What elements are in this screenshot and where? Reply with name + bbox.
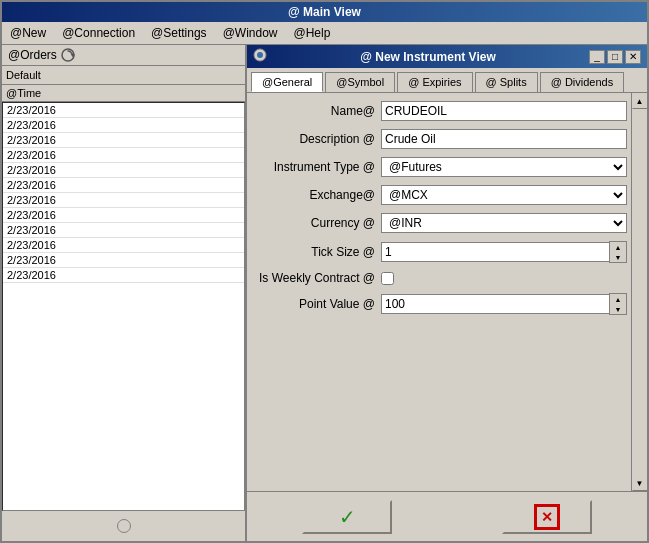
menu-new[interactable]: @New	[6, 24, 50, 42]
left-panel-bottom	[2, 511, 245, 541]
form-fields: Name@ Description @ Instrument Type @ @F…	[247, 93, 631, 491]
list-item: 2/23/2016	[3, 103, 244, 118]
label-exchange: Exchange@	[251, 188, 381, 202]
spin-down-point-value[interactable]: ▼	[610, 304, 626, 314]
left-panel: @Orders Default @Time 2/23/2016	[2, 45, 247, 541]
list-item: 2/23/2016	[3, 133, 244, 148]
menu-help[interactable]: @Help	[290, 24, 335, 42]
checkbox-weekly-contract[interactable]	[381, 272, 394, 285]
main-title-bar: @ Main View	[2, 2, 647, 22]
spin-up-tick-size[interactable]: ▲	[610, 242, 626, 252]
tab-symbol[interactable]: @Symbol	[325, 72, 395, 92]
close-button[interactable]: ✕	[625, 50, 641, 64]
list-item: 2/23/2016	[3, 268, 244, 283]
spin-btns-point-value: ▲ ▼	[609, 293, 627, 315]
orders-tab-label[interactable]: @Orders	[8, 48, 57, 62]
scroll-down-button[interactable]: ▼	[632, 475, 648, 491]
list-item: 2/23/2016	[3, 148, 244, 163]
default-label: Default	[6, 69, 41, 81]
form-row-exchange: Exchange@ @MCX @NSE @BSE	[251, 185, 627, 205]
input-tick-size[interactable]	[381, 242, 609, 262]
svg-point-3	[257, 52, 263, 58]
input-name[interactable]	[381, 101, 627, 121]
form-scrollbar[interactable]: ▲ ▼	[631, 93, 647, 491]
cancel-button[interactable]: ✕	[502, 500, 592, 534]
confirm-button[interactable]: ✓	[302, 500, 392, 534]
restore-button[interactable]: □	[607, 50, 623, 64]
spinbox-point-value: ▲ ▼	[381, 293, 627, 315]
label-tick-size: Tick Size @	[251, 245, 381, 259]
time-header-label: @Time	[6, 87, 41, 99]
cancel-icon-inner: ✕	[537, 507, 557, 527]
main-window: @ Main View @New @Connection @Settings @…	[0, 0, 649, 543]
tab-bar: @General @Symbol @ Expiries @ Splits @ D…	[247, 68, 647, 93]
form-content: Name@ Description @ Instrument Type @ @F…	[247, 93, 647, 491]
tab-dividends[interactable]: @ Dividends	[540, 72, 625, 92]
dialog-title-text: @ New Instrument View	[360, 50, 496, 64]
cancel-icon: ✕	[534, 504, 560, 530]
form-row-name: Name@	[251, 101, 627, 121]
form-row-point-value: Point Value @ ▲ ▼	[251, 293, 627, 315]
list-item: 2/23/2016	[3, 253, 244, 268]
label-point-value: Point Value @	[251, 297, 381, 311]
form-row-currency: Currency @ @INR @USD @EUR	[251, 213, 627, 233]
select-exchange[interactable]: @MCX @NSE @BSE	[381, 185, 627, 205]
refresh-icon[interactable]	[61, 48, 75, 62]
select-currency[interactable]: @INR @USD @EUR	[381, 213, 627, 233]
label-description: Description @	[251, 132, 381, 146]
main-title: @ Main View	[288, 5, 361, 19]
scroll-indicator	[117, 519, 131, 533]
list-item: 2/23/2016	[3, 208, 244, 223]
dialog-title-icon	[253, 48, 267, 65]
menu-settings[interactable]: @Settings	[147, 24, 211, 42]
minimize-button[interactable]: _	[589, 50, 605, 64]
tab-expiries[interactable]: @ Expiries	[397, 72, 472, 92]
instrument-dialog: @ New Instrument View _ □ ✕ @General @Sy…	[247, 45, 647, 541]
list-item: 2/23/2016	[3, 223, 244, 238]
checkbox-wrapper-weekly	[381, 272, 394, 285]
list-item: 2/23/2016	[3, 118, 244, 133]
list-item: 2/23/2016	[3, 178, 244, 193]
spin-up-point-value[interactable]: ▲	[610, 294, 626, 304]
content-area: @Orders Default @Time 2/23/2016	[2, 45, 647, 541]
input-point-value[interactable]	[381, 294, 609, 314]
orders-tab-bar[interactable]: @Orders	[2, 45, 245, 66]
label-currency: Currency @	[251, 216, 381, 230]
dialog-title-bar: @ New Instrument View _ □ ✕	[247, 45, 647, 68]
label-instrument-type: Instrument Type @	[251, 160, 381, 174]
spin-btns-tick-size: ▲ ▼	[609, 241, 627, 263]
select-instrument-type[interactable]: @Futures @Stocks @Options	[381, 157, 627, 177]
input-description[interactable]	[381, 129, 627, 149]
scroll-up-button[interactable]: ▲	[632, 93, 648, 109]
list-item: 2/23/2016	[3, 193, 244, 208]
tab-splits[interactable]: @ Splits	[475, 72, 538, 92]
form-row-description: Description @	[251, 129, 627, 149]
spin-down-tick-size[interactable]: ▼	[610, 252, 626, 262]
cancel-x-icon: ✕	[541, 509, 553, 525]
menu-window[interactable]: @Window	[219, 24, 282, 42]
list-item: 2/23/2016	[3, 238, 244, 253]
spinbox-tick-size: ▲ ▼	[381, 241, 627, 263]
time-list: 2/23/2016 2/23/2016 2/23/2016 2/23/2016 …	[2, 102, 245, 511]
default-bar: Default	[2, 66, 245, 85]
form-row-tick-size: Tick Size @ ▲ ▼	[251, 241, 627, 263]
form-row-instrument-type: Instrument Type @ @Futures @Stocks @Opti…	[251, 157, 627, 177]
list-item: 2/23/2016	[3, 163, 244, 178]
menu-connection[interactable]: @Connection	[58, 24, 139, 42]
label-weekly-contract: Is Weekly Contract @	[251, 271, 381, 285]
form-row-weekly-contract: Is Weekly Contract @	[251, 271, 627, 285]
dialog-bottom: ✓ ✕	[247, 491, 647, 541]
tab-general[interactable]: @General	[251, 72, 323, 92]
time-header: @Time	[2, 85, 245, 102]
menu-bar: @New @Connection @Settings @Window @Help	[2, 22, 647, 45]
label-name: Name@	[251, 104, 381, 118]
dialog-controls: _ □ ✕	[589, 50, 641, 64]
checkmark-icon: ✓	[339, 505, 356, 529]
